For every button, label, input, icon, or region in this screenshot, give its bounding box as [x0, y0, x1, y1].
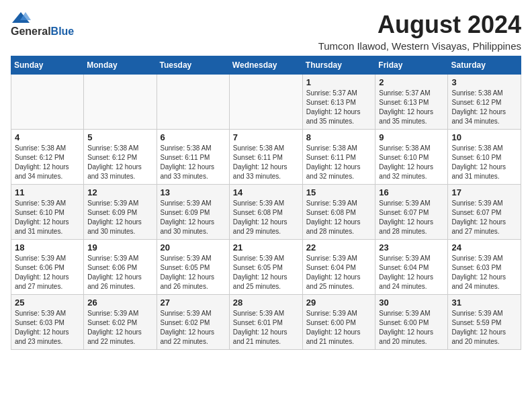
day-number: 24: [451, 242, 517, 253]
weekday-header-thursday: Thursday: [302, 56, 375, 75]
logo-icon: [11, 11, 31, 26]
day-info: Sunrise: 5:38 AM Sunset: 6:11 PM Dayligh…: [161, 144, 226, 181]
weekday-header-row: SundayMondayTuesdayWednesdayThursdayFrid…: [11, 56, 521, 75]
weekday-header-sunday: Sunday: [11, 56, 84, 75]
day-info: Sunrise: 5:39 AM Sunset: 6:04 PM Dayligh…: [379, 254, 444, 291]
day-info: Sunrise: 5:38 AM Sunset: 6:10 PM Dayligh…: [451, 144, 517, 181]
calendar-cell: 22Sunrise: 5:39 AM Sunset: 6:04 PM Dayli…: [302, 240, 375, 295]
calendar-cell: 4Sunrise: 5:38 AM Sunset: 6:12 PM Daylig…: [11, 130, 84, 185]
day-number: 13: [161, 187, 226, 197]
calendar-week-row: 4Sunrise: 5:38 AM Sunset: 6:12 PM Daylig…: [11, 130, 521, 185]
calendar-cell: 23Sunrise: 5:39 AM Sunset: 6:04 PM Dayli…: [375, 240, 448, 295]
calendar-cell: 18Sunrise: 5:39 AM Sunset: 6:06 PM Dayli…: [11, 240, 84, 295]
calendar-cell: 1Sunrise: 5:37 AM Sunset: 6:13 PM Daylig…: [302, 75, 375, 130]
day-info: Sunrise: 5:38 AM Sunset: 6:11 PM Dayligh…: [233, 144, 299, 181]
calendar-cell: 20Sunrise: 5:39 AM Sunset: 6:05 PM Dayli…: [157, 240, 229, 295]
day-number: 9: [379, 132, 444, 142]
day-info: Sunrise: 5:39 AM Sunset: 6:10 PM Dayligh…: [15, 199, 80, 236]
calendar-cell: 31Sunrise: 5:39 AM Sunset: 5:59 PM Dayli…: [448, 295, 521, 350]
day-info: Sunrise: 5:39 AM Sunset: 6:03 PM Dayligh…: [451, 254, 517, 291]
logo: General Blue: [11, 11, 74, 38]
calendar-cell: 11Sunrise: 5:39 AM Sunset: 6:10 PM Dayli…: [11, 185, 84, 240]
day-number: 10: [451, 132, 517, 142]
day-info: Sunrise: 5:38 AM Sunset: 6:12 PM Dayligh…: [15, 144, 80, 181]
day-number: 6: [161, 132, 226, 142]
calendar-cell: 7Sunrise: 5:38 AM Sunset: 6:11 PM Daylig…: [229, 130, 302, 185]
calendar-cell: 16Sunrise: 5:39 AM Sunset: 6:07 PM Dayli…: [375, 185, 448, 240]
calendar-cell: 26Sunrise: 5:39 AM Sunset: 6:02 PM Dayli…: [84, 295, 157, 350]
title-section: August 2024 Tumcon Ilawod, Western Visay…: [318, 11, 521, 52]
day-info: Sunrise: 5:38 AM Sunset: 6:10 PM Dayligh…: [379, 144, 444, 181]
calendar-cell: 19Sunrise: 5:39 AM Sunset: 6:06 PM Dayli…: [84, 240, 157, 295]
day-number: 12: [87, 187, 152, 197]
day-number: 29: [306, 298, 372, 308]
day-info: Sunrise: 5:39 AM Sunset: 6:07 PM Dayligh…: [379, 199, 444, 236]
day-info: Sunrise: 5:39 AM Sunset: 6:08 PM Dayligh…: [233, 199, 299, 236]
calendar-cell: 13Sunrise: 5:39 AM Sunset: 6:09 PM Dayli…: [157, 185, 229, 240]
day-number: 5: [87, 132, 152, 142]
day-number: 20: [161, 242, 226, 253]
calendar-cell: 10Sunrise: 5:38 AM Sunset: 6:10 PM Dayli…: [448, 130, 521, 185]
day-number: 16: [379, 187, 444, 197]
day-info: Sunrise: 5:39 AM Sunset: 6:05 PM Dayligh…: [161, 254, 226, 291]
calendar-cell: 8Sunrise: 5:38 AM Sunset: 6:11 PM Daylig…: [302, 130, 375, 185]
day-info: Sunrise: 5:37 AM Sunset: 6:13 PM Dayligh…: [306, 89, 372, 126]
calendar-week-row: 11Sunrise: 5:39 AM Sunset: 6:10 PM Dayli…: [11, 185, 521, 240]
calendar-cell: 9Sunrise: 5:38 AM Sunset: 6:10 PM Daylig…: [375, 130, 448, 185]
calendar-cell: 24Sunrise: 5:39 AM Sunset: 6:03 PM Dayli…: [448, 240, 521, 295]
day-number: 8: [306, 132, 372, 142]
calendar-cell: 29Sunrise: 5:39 AM Sunset: 6:00 PM Dayli…: [302, 295, 375, 350]
weekday-header-wednesday: Wednesday: [229, 56, 302, 75]
month-year-title: August 2024: [318, 11, 521, 39]
day-info: Sunrise: 5:37 AM Sunset: 6:13 PM Dayligh…: [379, 89, 444, 126]
day-number: 25: [15, 298, 80, 308]
day-number: 28: [233, 298, 299, 308]
day-info: Sunrise: 5:38 AM Sunset: 6:11 PM Dayligh…: [306, 144, 372, 181]
calendar-cell: 17Sunrise: 5:39 AM Sunset: 6:07 PM Dayli…: [448, 185, 521, 240]
day-info: Sunrise: 5:39 AM Sunset: 6:00 PM Dayligh…: [379, 309, 444, 347]
logo-general: General: [11, 26, 51, 38]
weekday-header-friday: Friday: [375, 56, 448, 75]
calendar-cell: [84, 75, 157, 130]
day-number: 22: [306, 242, 372, 253]
calendar-cell: [157, 75, 229, 130]
day-number: 1: [306, 77, 372, 87]
weekday-header-saturday: Saturday: [448, 56, 521, 75]
day-info: Sunrise: 5:38 AM Sunset: 6:12 PM Dayligh…: [451, 89, 517, 126]
day-number: 7: [233, 132, 299, 142]
calendar-cell: 3Sunrise: 5:38 AM Sunset: 6:12 PM Daylig…: [448, 75, 521, 130]
calendar-cell: [229, 75, 302, 130]
day-info: Sunrise: 5:39 AM Sunset: 5:59 PM Dayligh…: [451, 309, 517, 347]
day-number: 11: [15, 187, 80, 197]
day-info: Sunrise: 5:39 AM Sunset: 6:09 PM Dayligh…: [161, 199, 226, 236]
calendar-cell: 21Sunrise: 5:39 AM Sunset: 6:05 PM Dayli…: [229, 240, 302, 295]
page-header: General Blue August 2024 Tumcon Ilawod, …: [11, 11, 521, 52]
day-number: 31: [451, 298, 517, 308]
day-number: 27: [161, 298, 226, 308]
day-info: Sunrise: 5:39 AM Sunset: 6:04 PM Dayligh…: [306, 254, 372, 291]
day-number: 4: [15, 132, 80, 142]
day-number: 30: [379, 298, 444, 308]
calendar-cell: 28Sunrise: 5:39 AM Sunset: 6:01 PM Dayli…: [229, 295, 302, 350]
calendar-week-row: 18Sunrise: 5:39 AM Sunset: 6:06 PM Dayli…: [11, 240, 521, 295]
day-info: Sunrise: 5:39 AM Sunset: 6:02 PM Dayligh…: [161, 309, 226, 347]
day-info: Sunrise: 5:39 AM Sunset: 6:00 PM Dayligh…: [306, 309, 372, 347]
calendar-cell: 12Sunrise: 5:39 AM Sunset: 6:09 PM Dayli…: [84, 185, 157, 240]
day-info: Sunrise: 5:38 AM Sunset: 6:12 PM Dayligh…: [87, 144, 152, 181]
day-number: 19: [87, 242, 152, 253]
day-number: 2: [379, 77, 444, 87]
calendar-cell: 14Sunrise: 5:39 AM Sunset: 6:08 PM Dayli…: [229, 185, 302, 240]
day-info: Sunrise: 5:39 AM Sunset: 6:06 PM Dayligh…: [15, 254, 80, 291]
calendar-cell: 2Sunrise: 5:37 AM Sunset: 6:13 PM Daylig…: [375, 75, 448, 130]
weekday-header-monday: Monday: [84, 56, 157, 75]
day-info: Sunrise: 5:39 AM Sunset: 6:09 PM Dayligh…: [87, 199, 152, 236]
day-info: Sunrise: 5:39 AM Sunset: 6:07 PM Dayligh…: [451, 199, 517, 236]
calendar-cell: 27Sunrise: 5:39 AM Sunset: 6:02 PM Dayli…: [157, 295, 229, 350]
day-number: 23: [379, 242, 444, 253]
day-info: Sunrise: 5:39 AM Sunset: 6:06 PM Dayligh…: [87, 254, 152, 291]
day-number: 21: [233, 242, 299, 253]
calendar-cell: 15Sunrise: 5:39 AM Sunset: 6:08 PM Dayli…: [302, 185, 375, 240]
calendar-week-row: 1Sunrise: 5:37 AM Sunset: 6:13 PM Daylig…: [11, 75, 521, 130]
calendar-cell: 30Sunrise: 5:39 AM Sunset: 6:00 PM Dayli…: [375, 295, 448, 350]
day-info: Sunrise: 5:39 AM Sunset: 6:03 PM Dayligh…: [15, 309, 80, 347]
